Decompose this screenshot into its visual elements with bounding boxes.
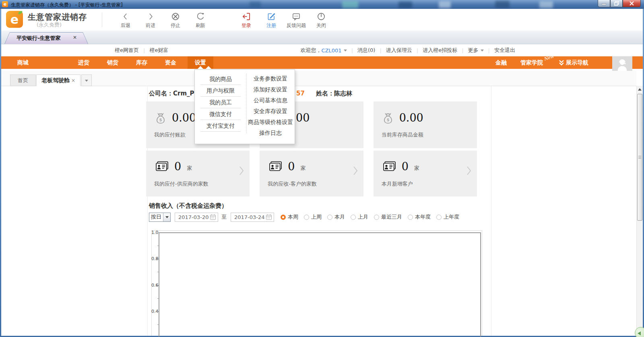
y-axis-tick-label: 1.0: [151, 230, 158, 235]
quit-button[interactable]: 关闭: [309, 10, 334, 29]
period-select[interactable]: 按日: [149, 213, 171, 222]
factoring-cloud-link[interactable]: 进入保理云: [386, 47, 412, 54]
forward-button[interactable]: 前进: [138, 10, 163, 29]
company-info-bar: 公司名：Crm_Plat 57 姓名：陈志林: [0, 89, 644, 99]
date-from-input[interactable]: 2017-03-20: [175, 213, 218, 222]
radio-label: 本月: [334, 213, 345, 221]
green-floating-helper-icon[interactable]: [635, 327, 644, 337]
calendar-icon[interactable]: [266, 214, 272, 220]
radio-dot: [351, 215, 356, 220]
chevron-right-icon[interactable]: [239, 166, 244, 176]
nav-item-settings-label: 设置: [195, 59, 206, 66]
restore-button[interactable]: [610, 0, 623, 7]
desktop-blur-artifact: [250, 2, 261, 8]
calendar-icon[interactable]: [210, 214, 216, 220]
scrollbar-thumb[interactable]: [637, 94, 642, 221]
portal-home-link[interactable]: 橙e网首页: [115, 47, 139, 54]
tab-boss-dashboard[interactable]: 老板驾驶舱×: [36, 74, 80, 86]
date-to-input[interactable]: 2017-03-24: [231, 213, 274, 222]
new-customers-card[interactable]: 0 家 本月新增客户: [374, 151, 477, 196]
radio-dot: [304, 215, 309, 220]
tab-close-icon[interactable]: ×: [71, 78, 75, 83]
radio-last-month[interactable]: 上月: [351, 213, 368, 221]
menu-item-business-params[interactable]: 业务参数设置: [247, 73, 294, 84]
money-bag-icon: $: [382, 111, 394, 124]
tab-close-icon[interactable]: ✕: [73, 35, 77, 40]
dropdown-pointer: [198, 66, 203, 69]
chevron-down-icon[interactable]: [481, 50, 484, 52]
portal-wealth-link[interactable]: 橙e财富: [149, 47, 168, 54]
browser-tab[interactable]: 平安银行-生意管家 ✕: [4, 32, 88, 44]
inventory-value: 0.00: [399, 112, 423, 124]
nav-item-sales[interactable]: 销货: [107, 56, 118, 69]
feedback-button[interactable]: 反馈问题: [284, 10, 309, 29]
chevron-right-icon[interactable]: [353, 166, 358, 176]
feedback-label: 反馈问题: [284, 22, 309, 29]
login-button[interactable]: 登录: [234, 10, 259, 29]
radio-this-month[interactable]: 本月: [327, 213, 345, 221]
sales-filter-controls: 按日 2017-03-20 至 2017-03-24 本周 上周 本月 上月 最…: [149, 212, 465, 222]
radio-label: 上年度: [444, 213, 459, 221]
supplier-count-card[interactable]: 0 家 我的应付-供应商的家数: [146, 151, 250, 196]
nav-item-purchase[interactable]: 进货: [78, 56, 89, 69]
minimize-button[interactable]: [598, 0, 610, 7]
menu-item-wechat-pay[interactable]: 微信支付: [200, 108, 241, 120]
company-number-fragment: 57: [296, 90, 305, 97]
radio-dot: [436, 215, 442, 220]
nav-item-academy[interactable]: 管家学院: [520, 56, 543, 69]
radio-last-year[interactable]: 上年度: [436, 213, 459, 221]
show-navigation-button[interactable]: 展示导航: [559, 56, 588, 69]
radio-last-3-months[interactable]: 最近三月: [374, 213, 402, 221]
menu-item-my-staff[interactable]: 我的员工: [200, 97, 241, 108]
radio-last-week[interactable]: 上周: [304, 213, 322, 221]
scrollbar-grip: [638, 156, 641, 159]
refresh-label: 刷新: [188, 22, 213, 29]
radio-label: 本周: [288, 213, 298, 221]
menu-item-alipay[interactable]: 支付宝支付: [200, 120, 241, 132]
username-link[interactable]: CZL001: [322, 48, 342, 54]
radio-this-week[interactable]: 本周: [281, 213, 298, 221]
tab-home[interactable]: 首页: [10, 74, 36, 86]
menu-item-add-friend-settings[interactable]: 添加好友设置: [247, 84, 294, 95]
tab-list-dropdown[interactable]: [81, 74, 92, 86]
menu-item-price-levels[interactable]: 商品等级价格设置: [247, 117, 294, 128]
menu-item-users-permissions[interactable]: 用户与权限: [200, 85, 241, 97]
inventory-value-card: $ 0.00 当前库存商品金额: [374, 101, 477, 148]
login-icon: [241, 11, 252, 22]
stop-button[interactable]: 停止: [163, 10, 188, 29]
more-link[interactable]: 更多: [468, 47, 479, 54]
chevron-down-icon[interactable]: [344, 50, 347, 52]
menu-item-my-products[interactable]: 我的商品: [200, 73, 241, 85]
messages-link[interactable]: 消息(0): [357, 47, 375, 54]
select-arrow-button[interactable]: [163, 213, 170, 221]
refresh-button[interactable]: 刷新: [188, 10, 213, 29]
menu-item-company-info[interactable]: 公司基本信息: [247, 95, 294, 106]
nav-item-inventory[interactable]: 库存: [136, 56, 147, 69]
portal-navbar: 橙e网首页 | 橙e财富 欢迎您， CZL001 | 消息(0) | 进入保理云…: [1, 44, 643, 56]
bidding-link[interactable]: 进入橙e招投标: [423, 47, 457, 54]
register-button[interactable]: 注册: [259, 10, 284, 29]
customer-count-card[interactable]: 0 家 我的应收-客户的家数: [260, 151, 363, 196]
double-chevron-down-icon: [559, 60, 564, 66]
nav-item-funds[interactable]: 资金: [165, 56, 176, 69]
logout-link[interactable]: 安全退出: [494, 47, 515, 54]
nav-item-finance[interactable]: 金融: [495, 56, 507, 69]
chevron-right-icon[interactable]: [466, 166, 471, 176]
vertical-scrollbar[interactable]: [636, 86, 643, 336]
radio-dot: [374, 215, 379, 220]
scroll-up-arrow[interactable]: [637, 87, 642, 92]
new-customers-label: 本月新增客户: [382, 180, 413, 188]
customer-service-avatar[interactable]: [612, 56, 632, 71]
separator: |: [488, 48, 490, 54]
menu-item-operation-log[interactable]: 操作日志: [247, 128, 294, 139]
back-button[interactable]: 后退: [113, 10, 138, 29]
nav-item-mall[interactable]: 商城: [17, 56, 29, 69]
window-controls: [598, 0, 641, 7]
window-titlebar[interactable]: e 生意管家进销存（永久免费） - [平安银行-生意管家]: [0, 0, 644, 9]
menu-item-safety-stock[interactable]: 安全库存设置: [247, 106, 294, 117]
close-button[interactable]: [623, 0, 641, 7]
radio-this-year[interactable]: 本年度: [408, 213, 431, 221]
supplier-count-unit: 家: [187, 165, 192, 172]
window-title: 生意管家进销存（永久免费） - [平安银行-生意管家]: [11, 2, 123, 8]
y-axis-major-tick: [157, 311, 159, 312]
